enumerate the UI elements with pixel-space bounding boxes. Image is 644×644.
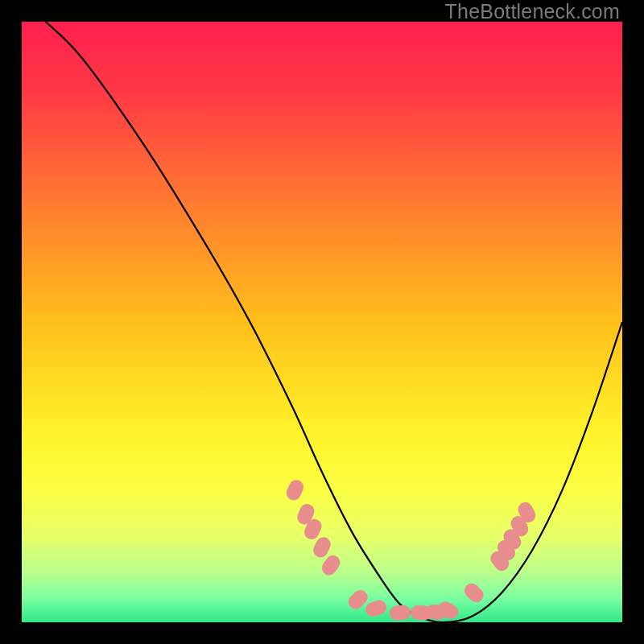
marker-point <box>364 598 388 618</box>
bottleneck-curve <box>46 22 622 622</box>
marker-point <box>284 477 306 502</box>
marker-group <box>284 477 539 621</box>
marker-point <box>461 580 486 605</box>
chart-frame: TheBottleneck.com <box>0 0 644 644</box>
chart-svg <box>22 22 622 622</box>
plot-area <box>22 22 622 622</box>
marker-point <box>389 605 411 621</box>
watermark-text: TheBottleneck.com <box>445 0 620 23</box>
